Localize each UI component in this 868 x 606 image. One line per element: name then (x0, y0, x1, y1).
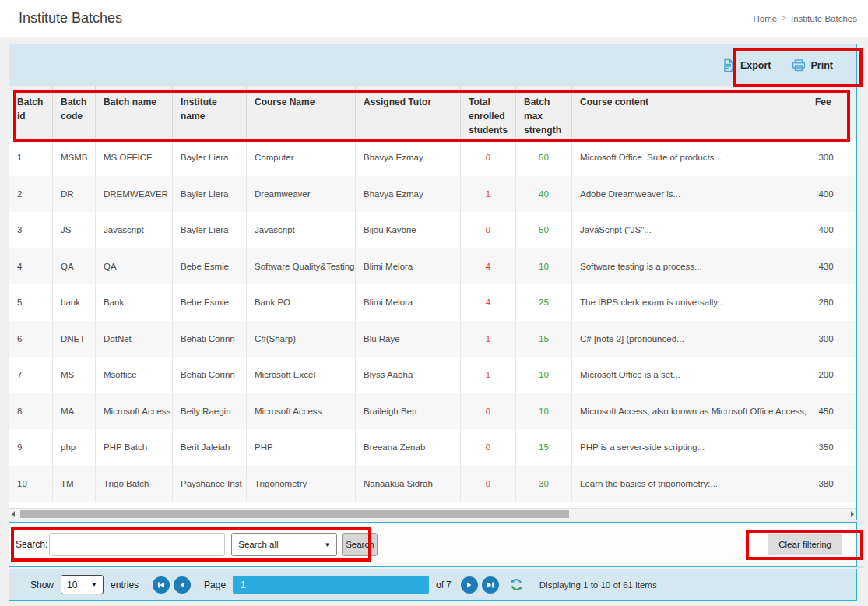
cell-total_enrolled: 1 (461, 357, 516, 393)
cell-batch_name: Microsoft Access (96, 393, 173, 430)
print-button[interactable]: Print (792, 59, 833, 72)
cell-assigned_tutor: Bijou Kaybrie (356, 212, 461, 248)
cell-institute_name: Beily Raegin (173, 393, 247, 430)
column-header-batch_id[interactable]: Batch id (9, 86, 53, 139)
table-row[interactable]: 1MSMBMS OFFICEBayler LieraComputerBhavya… (9, 139, 856, 176)
cell-course_name: Computer (247, 139, 356, 176)
cell-fee: 300 (807, 139, 845, 176)
cell-fee: 400 (807, 212, 845, 248)
cell-course_name: Javascript (247, 212, 356, 248)
cell-spacer (845, 248, 856, 285)
scrollbar-thumb[interactable] (20, 510, 569, 518)
search-field-select[interactable]: Search all ▼ (231, 533, 337, 556)
table-header-row: Batch idBatch codeBatch nameInstitute na… (9, 86, 856, 139)
cell-institute_name: Berit Jaleiah (173, 429, 247, 466)
scroll-right-arrow[interactable] (851, 511, 854, 517)
first-page-button[interactable] (153, 576, 170, 594)
cell-course_content: C# [note 2] (pronounced... (572, 321, 807, 358)
cell-institute_name: Bayler Liera (173, 139, 247, 176)
search-label: Search: (16, 539, 47, 550)
cell-course_name: Bank PO (247, 284, 356, 321)
cell-assigned_tutor: Bhavya Ezmay (356, 176, 461, 213)
column-header-batch_name[interactable]: Batch name (96, 86, 173, 139)
horizontal-scrollbar[interactable] (9, 508, 856, 520)
cell-institute_name: Behati Corinn (173, 321, 247, 358)
cell-total_enrolled: 0 (461, 466, 516, 502)
cell-batch_name: Trigo Batch (96, 466, 173, 502)
export-button[interactable]: Export (722, 58, 771, 72)
last-page-button[interactable] (482, 576, 499, 594)
next-page-button[interactable] (461, 576, 478, 594)
cell-fee: 300 (807, 321, 845, 358)
table-row[interactable]: 10TMTrigo BatchPayshance InstTrigonometr… (9, 466, 856, 502)
table-row[interactable]: 7MSMsofficeBehati CorinnMicrosoft ExcelB… (9, 357, 856, 393)
cell-assigned_tutor: Blimi Melora (356, 248, 461, 285)
table-row[interactable]: 8MAMicrosoft AccessBeily RaeginMicrosoft… (9, 393, 856, 430)
cell-course_name: C#(Sharp) (247, 321, 356, 358)
table-row[interactable]: 5bankBankBebe EsmieBank POBlimi Melora42… (9, 284, 856, 321)
entries-per-page-select[interactable]: 10 ▼ (61, 575, 104, 594)
cell-assigned_tutor: Braileigh Ben (356, 393, 461, 430)
export-icon (722, 58, 735, 72)
column-header-course_name[interactable]: Course Name (247, 86, 356, 139)
cell-batch_name: MS OFFICE (96, 139, 173, 176)
page-number-input[interactable] (233, 576, 429, 594)
cell-batch_code: TM (53, 466, 96, 502)
cell-max_strength: 30 (516, 466, 572, 502)
skip-to-last-icon (487, 581, 494, 589)
table-row[interactable]: 3JSJavascriptBayler LieraJavascriptBijou… (9, 212, 856, 248)
entries-label: entries (111, 580, 139, 590)
cell-spacer (845, 429, 856, 466)
cell-course_content: Software testing is a process... (572, 248, 807, 285)
cell-course_content: Microsoft Office is a set... (572, 357, 807, 393)
column-header-batch_code[interactable]: Batch code (53, 86, 96, 139)
column-header-course_content[interactable]: Course content (572, 86, 807, 139)
column-header-fee[interactable]: Fee (807, 86, 845, 139)
chevron-down-icon: ▼ (91, 581, 97, 588)
cell-assigned_tutor: Breeana Zenab (356, 429, 461, 466)
previous-page-button[interactable] (174, 576, 191, 594)
cell-batch_code: MA (53, 393, 96, 430)
cell-max_strength: 15 (516, 429, 572, 466)
cell-batch_id: 8 (9, 393, 53, 430)
cell-batch_code: MS (53, 357, 96, 393)
cell-batch_id: 1 (9, 139, 53, 176)
cell-fee: 380 (807, 466, 845, 502)
cell-max_strength: 10 (516, 248, 572, 285)
search-button[interactable]: Search (342, 533, 378, 556)
scroll-left-arrow[interactable] (12, 511, 15, 517)
cell-assigned_tutor: Blimi Melora (356, 284, 461, 321)
cell-total_enrolled: 1 (461, 321, 516, 358)
table-row[interactable]: 6DNETDotNetBehati CorinnC#(Sharp)Blu Ray… (9, 321, 856, 358)
cell-course_name: Microsoft Access (247, 393, 356, 430)
cell-max_strength: 40 (516, 176, 572, 213)
search-input[interactable] (49, 533, 225, 556)
search-bar: Search: Search all ▼ Search Clear filter… (9, 522, 857, 567)
cell-total_enrolled: 4 (461, 284, 516, 321)
cell-spacer (845, 393, 856, 430)
table-row[interactable]: 2DRDREMWEAVERBayler LieraDreamweaverBhav… (9, 176, 856, 213)
cell-batch_code: php (53, 429, 96, 466)
clear-filtering-button[interactable]: Clear filtering (768, 534, 842, 555)
breadcrumb-home[interactable]: Home (753, 14, 777, 23)
cell-max_strength: 50 (516, 212, 572, 248)
column-header-spacer (845, 86, 858, 139)
column-header-assigned_tutor[interactable]: Assigned Tutor (356, 86, 461, 139)
column-header-institute_name[interactable]: Institute name (173, 86, 247, 139)
pagination-bar: Show 10 ▼ entries Page of 7 Disp (9, 569, 857, 601)
column-header-max_strength[interactable]: Batch max strength (516, 86, 572, 139)
table-row[interactable]: 9phpPHP BatchBerit JaleiahPHPBreeana Zen… (9, 429, 856, 466)
cell-fee: 430 (807, 248, 845, 285)
table-body: 1MSMBMS OFFICEBayler LieraComputerBhavya… (9, 139, 856, 502)
table-row[interactable]: 4QAQABebe EsmieSoftware Quality&TestingB… (9, 248, 856, 285)
column-header-total_enrolled[interactable]: Total enrolled students (461, 86, 516, 139)
cell-total_enrolled: 0 (461, 139, 516, 176)
cell-fee: 450 (807, 393, 845, 430)
cell-fee: 200 (807, 357, 845, 393)
cell-spacer (845, 212, 856, 248)
cell-fee: 400 (807, 176, 845, 213)
cell-course_name: Microsoft Excel (247, 357, 356, 393)
cell-assigned_tutor: Blyss Aabha (356, 357, 461, 393)
refresh-button[interactable] (510, 578, 523, 591)
cell-batch_id: 5 (9, 284, 53, 321)
